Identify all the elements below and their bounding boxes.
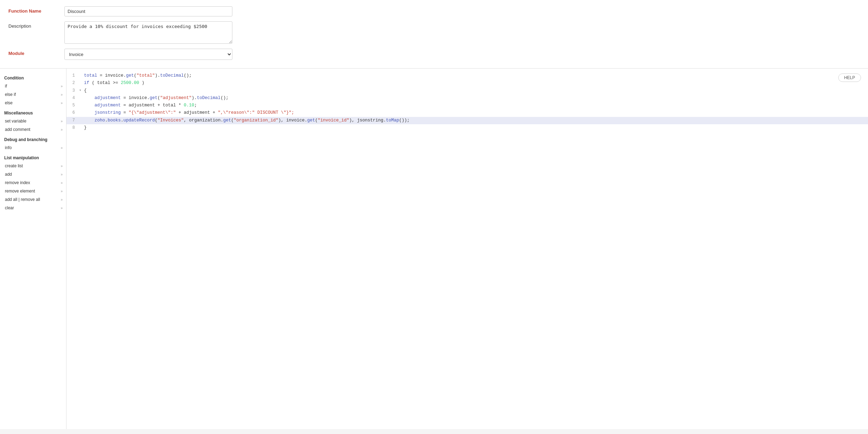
sidebar-item-info-arrow: » <box>61 146 63 150</box>
sidebar-item-else[interactable]: else » <box>0 99 66 107</box>
line-content: adjustment = adjustment + total * 0.10; <box>84 102 864 109</box>
line-content: total = invoice.get("total").toDecimal()… <box>84 72 864 79</box>
list-section-title: List manipulation <box>0 152 66 162</box>
function-name-input[interactable] <box>64 6 232 16</box>
sidebar-item-else-label: else <box>5 100 59 105</box>
sidebar-item-if[interactable]: if » <box>0 82 66 90</box>
line-number: 7 <box>66 117 79 124</box>
sidebar-item-add[interactable]: add » <box>0 170 66 178</box>
line-content: if ( total >= 2500.00 ) <box>84 79 864 87</box>
sidebar-item-else-if-arrow: » <box>61 93 63 97</box>
sidebar-item-add-arrow: » <box>61 173 63 176</box>
sidebar-item-add-all-remove-all-arrow: » <box>61 198 63 202</box>
main-area: Condition if » else if » else » Miscella… <box>0 69 868 429</box>
sidebar-item-info[interactable]: info » <box>0 144 66 152</box>
code-line: 6 jsonstring = "{\"adjustment\":" + adju… <box>66 109 868 117</box>
sidebar-item-remove-element-label: remove element <box>5 189 59 194</box>
module-select[interactable]: Invoice Estimate Sales Order Purchase Or… <box>64 49 232 60</box>
line-number: 5 <box>66 102 79 109</box>
line-number: 3 <box>66 87 79 94</box>
function-name-label: Function Name <box>8 6 64 14</box>
sidebar-item-remove-element-arrow: » <box>61 189 63 193</box>
condition-section-title: Condition <box>0 72 66 82</box>
line-number: 4 <box>66 94 79 102</box>
sidebar-item-clear[interactable]: clear » <box>0 204 66 212</box>
sidebar-item-create-list-arrow: » <box>61 164 63 168</box>
help-button[interactable]: HELP <box>838 74 861 82</box>
code-editor[interactable]: 1total = invoice.get("total").toDecimal(… <box>66 69 868 174</box>
sidebar-item-add-all-remove-all-label: add all | remove all <box>5 197 59 202</box>
line-content: zoho.books.updateRecord("Invoices", orga… <box>84 117 864 124</box>
sidebar-item-add-comment[interactable]: add comment » <box>0 125 66 134</box>
sidebar-item-info-label: info <box>5 145 59 150</box>
sidebar-item-clear-arrow: » <box>61 206 63 210</box>
function-name-row: Function Name <box>8 6 860 16</box>
sidebar-item-if-label: if <box>5 84 59 89</box>
description-label: Description <box>8 21 64 29</box>
code-line: 1total = invoice.get("total").toDecimal(… <box>66 72 868 79</box>
module-row: Module Invoice Estimate Sales Order Purc… <box>8 49 860 60</box>
sidebar-item-remove-index-label: remove index <box>5 180 59 185</box>
description-row: Description <box>8 21 860 44</box>
sidebar-item-add-comment-label: add comment <box>5 127 59 132</box>
code-line: 8} <box>66 124 868 132</box>
line-content: jsonstring = "{\"adjustment\":" + adjust… <box>84 109 864 117</box>
line-number: 8 <box>66 124 79 131</box>
code-line: 3▾{ <box>66 87 868 94</box>
description-input[interactable] <box>64 21 232 44</box>
sidebar: Condition if » else if » else » Miscella… <box>0 69 66 429</box>
sidebar-item-remove-index[interactable]: remove index » <box>0 178 66 187</box>
misc-section-title: Miscellaneous <box>0 107 66 117</box>
sidebar-item-set-variable-arrow: » <box>61 119 63 123</box>
debug-section-title: Debug and branching <box>0 134 66 144</box>
sidebar-item-add-comment-arrow: » <box>61 128 63 132</box>
sidebar-item-create-list-label: create list <box>5 163 59 168</box>
module-label: Module <box>8 49 64 56</box>
code-line: 7 zoho.books.updateRecord("Invoices", or… <box>66 117 868 124</box>
sidebar-item-set-variable[interactable]: set variable » <box>0 117 66 125</box>
sidebar-item-set-variable-label: set variable <box>5 119 59 124</box>
line-content: adjustment = invoice.get("adjustment").t… <box>84 94 864 102</box>
fold-icon[interactable]: ▾ <box>79 87 84 94</box>
line-content: { <box>84 87 864 94</box>
code-line: 4 adjustment = invoice.get("adjustment")… <box>66 94 868 102</box>
line-content: } <box>84 124 864 132</box>
line-number: 1 <box>66 72 79 79</box>
sidebar-item-remove-index-arrow: » <box>61 181 63 185</box>
sidebar-item-if-arrow: » <box>61 84 63 88</box>
code-line: 5 adjustment = adjustment + total * 0.10… <box>66 102 868 109</box>
code-line: 2if ( total >= 2500.00 ) <box>66 79 868 87</box>
sidebar-item-else-if[interactable]: else if » <box>0 90 66 99</box>
sidebar-item-else-if-label: else if <box>5 92 59 97</box>
sidebar-item-add-all-remove-all[interactable]: add all | remove all » <box>0 195 66 204</box>
sidebar-item-remove-element[interactable]: remove element » <box>0 187 66 195</box>
code-area: HELP 1total = invoice.get("total").toDec… <box>66 69 868 429</box>
top-form: Function Name Description Module Invoice… <box>0 0 868 69</box>
line-number: 6 <box>66 109 79 116</box>
line-number: 2 <box>66 79 79 86</box>
sidebar-item-add-label: add <box>5 172 59 177</box>
sidebar-item-create-list[interactable]: create list » <box>0 162 66 170</box>
sidebar-item-clear-label: clear <box>5 205 59 210</box>
sidebar-item-else-arrow: » <box>61 101 63 105</box>
